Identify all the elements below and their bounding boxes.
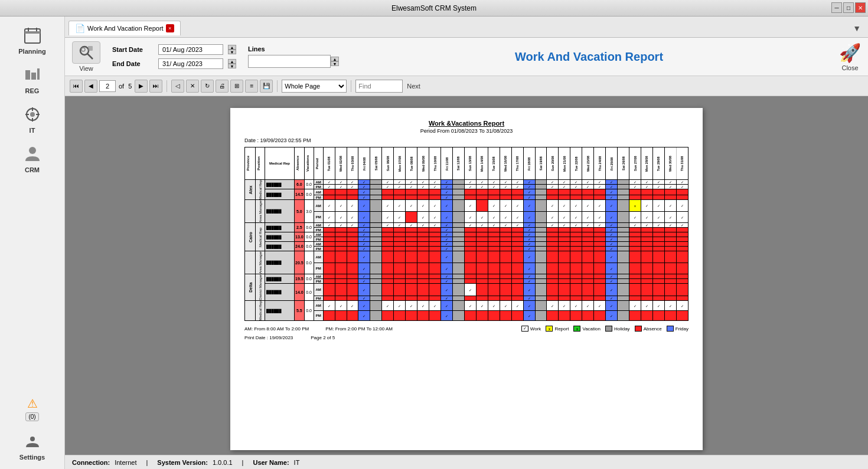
- day-09: Wed 09/08: [417, 147, 429, 180]
- svg-rect-4: [25, 70, 30, 80]
- report-table: Province Position Medical Rep Absence Va…: [244, 147, 688, 321]
- list-button[interactable]: ≡: [245, 80, 258, 93]
- tab-bar: 📄 Work And Vacation Report × ▼: [65, 17, 868, 38]
- nav-sep-1: [167, 80, 167, 92]
- settings-label: Settings: [19, 454, 45, 461]
- planning-label: Planning: [18, 48, 45, 55]
- status-bar: Connection: Internet | System Version: 1…: [65, 455, 868, 469]
- close-button-area[interactable]: 🚀 Close: [839, 42, 861, 71]
- lines-spinner[interactable]: ▲ ▼: [331, 57, 339, 66]
- col-absence: Absence: [295, 147, 305, 180]
- first-page-button[interactable]: ⏮: [70, 80, 83, 93]
- close-window-button[interactable]: ✕: [855, 2, 866, 13]
- start-date-label: Start Date: [112, 46, 154, 53]
- col-position: Position: [256, 147, 265, 180]
- col-name: Medical Rep: [265, 147, 295, 180]
- sidebar-item-it[interactable]: IT: [6, 100, 59, 137]
- last-page-button[interactable]: ⏭: [149, 80, 162, 93]
- lines-input[interactable]: [248, 55, 331, 68]
- day-12: Sat 12/08: [452, 147, 464, 180]
- legend-absence: Absence: [635, 326, 662, 332]
- end-date-down[interactable]: ▼: [228, 64, 236, 68]
- toolbar: View Start Date ▲ ▼ End Date ▲ ▼: [65, 38, 868, 76]
- day-28: Mon 28/08: [641, 147, 652, 180]
- settings-item[interactable]: Settings: [6, 427, 59, 464]
- report-period: Period From 01/08/2023 To 31/08/2023: [244, 128, 688, 134]
- sidebar: Planning REG IT CRM ⚠ (0): [0, 17, 65, 469]
- day-05: Sat 05/08: [370, 147, 382, 180]
- refresh-button[interactable]: ↻: [201, 80, 214, 93]
- planning-icon: [22, 25, 43, 46]
- of-text: of: [119, 83, 124, 90]
- page-number-input[interactable]: [99, 80, 116, 92]
- main-content: 📄 Work And Vacation Report × ▼ View: [65, 17, 868, 469]
- zoom-select[interactable]: Whole Page 100% 75% 50%: [282, 80, 347, 93]
- report-main-title: Work And Vacation Report: [515, 50, 663, 63]
- day-17: Thu 17/08: [511, 147, 523, 180]
- lines-up[interactable]: ▲: [331, 57, 339, 61]
- username-value: IT: [294, 459, 300, 466]
- end-date-spinner[interactable]: ▲ ▼: [228, 59, 236, 68]
- legend-holiday: Holiday: [605, 326, 630, 332]
- svg-point-13: [29, 147, 36, 154]
- start-date-spinner[interactable]: ▲ ▼: [228, 45, 236, 54]
- crm-icon: [22, 143, 43, 165]
- day-07: Mon 07/08: [394, 147, 406, 180]
- view-label: View: [79, 65, 93, 72]
- end-date-up[interactable]: ▲: [228, 59, 236, 64]
- svg-rect-18: [88, 46, 93, 51]
- lines-down[interactable]: ▼: [331, 61, 339, 66]
- find-input[interactable]: [355, 80, 403, 93]
- app-title: ElwesamSoft CRM System: [391, 4, 477, 12]
- maximize-button[interactable]: □: [843, 2, 854, 13]
- view-mode-button[interactable]: ⊞: [230, 80, 243, 93]
- day-02: Wed 02/08: [335, 147, 347, 180]
- lines-input-wrap: ▲ ▼: [248, 55, 339, 68]
- report-footer: Print Date : 19/09/2023 Page 2 of 5: [244, 335, 688, 340]
- crm-label: CRM: [25, 166, 40, 173]
- svg-point-14: [30, 437, 35, 441]
- work-vacation-tab[interactable]: 📄 Work And Vacation Report ×: [68, 21, 181, 35]
- collapse-arrow[interactable]: ▼: [849, 22, 864, 34]
- report-title-area: Work And Vacation Report: [351, 50, 827, 64]
- day-14: Mon 14/08: [476, 147, 488, 180]
- day-29: Tue 29/08: [652, 147, 664, 180]
- find-next-button[interactable]: Next: [404, 83, 423, 90]
- stop-button[interactable]: ✕: [186, 80, 199, 93]
- title-bar: ElwesamSoft CRM System ─ □ ✕: [0, 0, 868, 17]
- sidebar-item-crm[interactable]: CRM: [6, 140, 59, 177]
- next-page-button[interactable]: ▶: [135, 80, 148, 93]
- alert-item[interactable]: ⚠ (0): [6, 393, 59, 425]
- end-date-input[interactable]: [158, 58, 223, 69]
- report-page-title: Work &Vacations Report: [244, 120, 688, 127]
- legend-friday: Friday: [667, 326, 688, 332]
- start-date-down[interactable]: ▼: [228, 50, 236, 54]
- sidebar-item-reg[interactable]: REG: [6, 61, 59, 98]
- print-button[interactable]: 🖨: [216, 80, 229, 93]
- day-18: Fri 18/08: [523, 147, 535, 180]
- sidebar-item-planning[interactable]: Planning: [6, 21, 59, 58]
- lines-section: Lines ▲ ▼: [248, 45, 339, 68]
- footer-pm: PM: From 2:00 PM To 12:00 AM: [325, 326, 393, 332]
- alert-badge: (0): [25, 412, 38, 421]
- close-label: Close: [841, 64, 858, 71]
- nav-sep-2: [277, 80, 278, 92]
- svg-rect-6: [37, 68, 40, 80]
- back-button[interactable]: ◁: [171, 80, 184, 93]
- svg-rect-5: [31, 73, 36, 80]
- minimize-button[interactable]: ─: [831, 2, 842, 13]
- connection-value: Internet: [115, 459, 136, 466]
- view-button[interactable]: [72, 41, 100, 64]
- tab-close-button[interactable]: ×: [166, 24, 174, 32]
- prev-page-button[interactable]: ◀: [84, 80, 97, 93]
- day-03: Thu 03/08: [347, 147, 358, 180]
- report-viewer[interactable]: Work &Vacations Report Period From 01/08…: [65, 96, 868, 455]
- start-date-up[interactable]: ▲: [228, 45, 236, 50]
- nav-sep-3: [351, 80, 351, 92]
- start-date-input[interactable]: [158, 44, 223, 55]
- window-controls[interactable]: ─ □ ✕: [831, 2, 866, 13]
- legend-vacation: x Vacation: [573, 326, 601, 332]
- day-25: Fri 25/08: [606, 147, 618, 180]
- svg-line-16: [87, 54, 93, 59]
- export-button[interactable]: 💾: [260, 80, 273, 93]
